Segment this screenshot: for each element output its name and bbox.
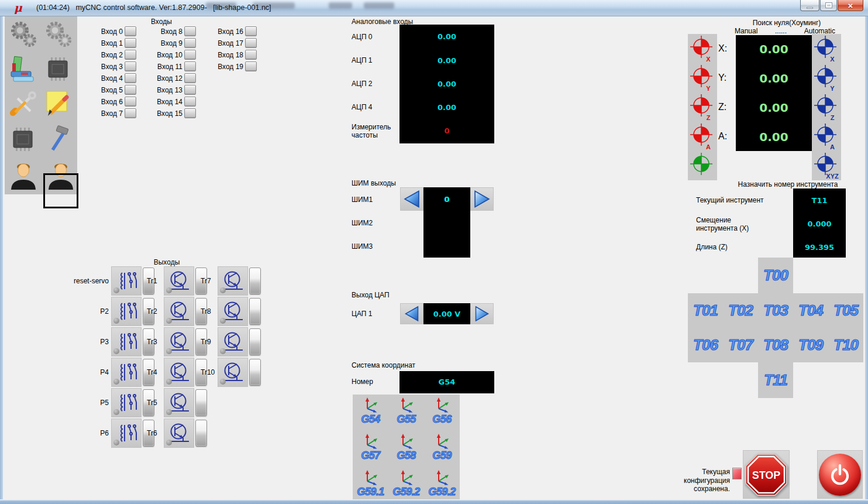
input-indicator[interactable] — [245, 61, 257, 71]
output-label: P3 — [71, 338, 109, 346]
input-indicator[interactable] — [184, 97, 196, 107]
input-indicator[interactable] — [184, 108, 196, 118]
close-button[interactable]: × — [838, 0, 863, 11]
homing-all-axes-button[interactable] — [688, 151, 717, 180]
coord-system-button[interactable]: G54 — [353, 395, 388, 431]
input-indicator[interactable] — [125, 26, 136, 36]
tools-wrench-screwdriver-icon[interactable] — [8, 89, 39, 119]
relay-button[interactable] — [111, 388, 142, 417]
chip-icon[interactable] — [43, 54, 74, 84]
tool-button[interactable]: T09 — [793, 328, 828, 362]
transistor-button[interactable] — [164, 266, 194, 296]
input-indicator[interactable] — [184, 26, 196, 36]
relay-button[interactable] — [111, 266, 142, 296]
maximize-button[interactable] — [820, 0, 837, 11]
tool-button[interactable]: T06 — [688, 328, 723, 362]
output-toggle[interactable] — [249, 268, 261, 294]
input-indicator[interactable] — [184, 50, 196, 60]
transistor-button[interactable] — [164, 327, 194, 356]
input-indicator[interactable] — [125, 85, 136, 95]
settings-gears-2-icon[interactable] — [43, 20, 74, 50]
homing-axis-button[interactable]: X — [688, 34, 717, 63]
tool-button[interactable]: T10 — [828, 328, 863, 362]
output-toggle[interactable] — [249, 328, 261, 355]
input-label: Вход 14 — [153, 98, 182, 106]
input-indicator[interactable] — [184, 73, 196, 83]
tool-button[interactable]: T03 — [758, 293, 793, 328]
power-button[interactable] — [817, 450, 863, 499]
relay-button[interactable] — [111, 358, 142, 387]
settings-gears-icon[interactable] — [8, 20, 39, 50]
output-toggle[interactable] — [249, 359, 261, 386]
input-indicator[interactable] — [125, 61, 136, 71]
input-indicator[interactable] — [184, 38, 196, 48]
coord-system-button[interactable]: G59 — [424, 431, 460, 467]
relay-button[interactable] — [111, 297, 142, 326]
transistor-button[interactable] — [164, 358, 194, 387]
relay-button[interactable] — [111, 419, 142, 448]
tool-button[interactable]: T01 — [688, 293, 723, 328]
tool-button[interactable]: T04 — [793, 293, 828, 328]
decrement-arrow-button[interactable] — [400, 303, 423, 324]
input-indicator[interactable] — [184, 61, 196, 71]
transistor-button[interactable] — [164, 297, 194, 326]
note-pencil-icon[interactable] — [43, 89, 74, 119]
output-toggle[interactable] — [195, 420, 207, 447]
freq-meter-label: Измеритель частоты — [352, 123, 397, 139]
input-indicator[interactable] — [125, 108, 136, 118]
input-indicator[interactable] — [184, 85, 196, 95]
transistor-button[interactable] — [164, 388, 194, 417]
titlebar[interactable]: μ (01:04:24) myCNC control software. Ver… — [0, 0, 868, 16]
output-toggle[interactable] — [195, 389, 207, 416]
tool-button-t00[interactable]: T00 — [758, 258, 793, 293]
tool-button[interactable]: T08 — [758, 328, 793, 362]
homing-axis-button[interactable]: A — [812, 122, 841, 151]
homing-axis-button[interactable]: A — [688, 122, 717, 151]
coord-system-button[interactable]: G55 — [388, 395, 424, 431]
coord-system-button[interactable]: G59.2 — [388, 467, 424, 503]
homing-axis-button[interactable]: Y — [688, 63, 717, 92]
output-led — [220, 379, 226, 385]
input-indicator[interactable] — [245, 26, 257, 36]
coord-system-button[interactable]: G56 — [424, 395, 460, 431]
input-indicator[interactable] — [125, 50, 136, 60]
tool-button[interactable]: T05 — [828, 293, 863, 328]
tools-wrench-hammer-icon[interactable] — [43, 124, 74, 155]
transistor-button[interactable] — [218, 297, 248, 326]
minimize-button[interactable] — [800, 0, 819, 11]
coord-system-button[interactable]: G59.2 — [424, 467, 460, 503]
coord-system-button[interactable]: G59.1 — [353, 467, 388, 503]
input-indicator[interactable] — [125, 73, 136, 83]
library-books-icon[interactable] — [8, 54, 39, 84]
stop-button[interactable]: STOP — [743, 450, 790, 499]
homing-axis-button[interactable]: X — [812, 34, 841, 63]
homing-axis-button[interactable]: XYZ — [812, 151, 841, 180]
chip-2-icon[interactable] — [8, 124, 39, 155]
transistor-button[interactable] — [164, 419, 194, 448]
axis-x-label: X: — [718, 43, 727, 54]
decrement-arrow-button[interactable] — [400, 187, 423, 211]
output-toggle[interactable] — [249, 298, 261, 325]
output-label: Tr6 — [147, 429, 163, 437]
homing-axis-button[interactable]: Z — [688, 92, 717, 122]
tool-button[interactable]: T07 — [723, 328, 758, 362]
tool-button-t11[interactable]: T11 — [758, 363, 793, 397]
input-indicator[interactable] — [125, 97, 136, 107]
coord-system-button[interactable]: G58 — [388, 431, 424, 467]
user-profile-icon[interactable] — [8, 160, 39, 191]
homing-axis-button[interactable]: Y — [812, 63, 841, 92]
output-led — [166, 440, 172, 445]
tool-button[interactable]: T02 — [723, 293, 758, 328]
relay-button[interactable] — [111, 327, 142, 356]
input-indicator[interactable] — [245, 38, 257, 48]
transistor-button[interactable] — [218, 266, 248, 296]
tool-row-2: T06 T07 T08 T09 T10 — [688, 328, 863, 362]
homing-axis-button[interactable]: Z — [812, 92, 841, 122]
input-indicator[interactable] — [125, 38, 136, 48]
input-indicator[interactable] — [245, 50, 257, 60]
coord-system-button[interactable]: G57 — [353, 431, 388, 467]
transistor-button[interactable] — [218, 327, 248, 356]
increment-arrow-button[interactable] — [470, 187, 494, 211]
transistor-button[interactable] — [218, 358, 248, 387]
increment-arrow-button[interactable] — [470, 303, 494, 324]
